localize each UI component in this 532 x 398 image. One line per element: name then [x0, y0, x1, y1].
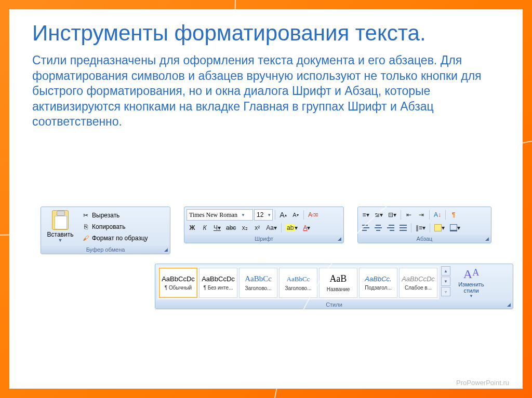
slide-body: Стили предназначены для оформления текст… [32, 53, 489, 129]
style-sample: AaBbCcDc [402, 275, 435, 283]
highlight-button[interactable]: ab▾ [284, 222, 300, 234]
ribbon-area: Вставить ▼ ✂ Вырезать ⎘ Копировать [41, 207, 513, 309]
slide-title: Инструменты форматирования текста. [32, 21, 500, 46]
change-styles-label: Изменить стили [453, 281, 490, 294]
style-card[interactable]: AaBbCcDc¶ Обычный [159, 268, 197, 298]
borders-button[interactable]: ▾ [448, 222, 462, 234]
paragraph-panel: ≡▾ ≣▾ ⊟▾ ⇤ ⇥ А↓ ¶ [357, 207, 491, 243]
style-name: Заголово... [245, 285, 272, 291]
paragraph-panel-label: Абзац [358, 235, 491, 243]
clipboard-dialog-launcher[interactable]: ◢ [163, 246, 169, 253]
styles-panel-label: Стили [155, 300, 513, 309]
paste-icon [52, 210, 69, 230]
styles-gallery: AaBbCcDc¶ ОбычныйAaBbCcDc¶ Без инте...Aa… [157, 266, 439, 299]
clipboard-panel: Вставить ▼ ✂ Вырезать ⎘ Копировать [41, 207, 170, 254]
change-styles-button[interactable]: AA Изменить стили ▼ [453, 266, 490, 299]
font-color-button[interactable]: A▾ [301, 222, 312, 234]
styles-dialog-launcher[interactable]: ◢ [506, 301, 512, 308]
style-name: Подзагол... [365, 285, 391, 291]
style-name: Заголово... [285, 285, 312, 291]
format-painter-button[interactable]: 🖌 Формат по образцу [82, 233, 148, 243]
underline-button[interactable]: Ч▾ [211, 222, 223, 234]
font-name-value: Times New Roman [189, 211, 237, 219]
clear-formatting-button[interactable]: A⌫ [306, 209, 320, 221]
style-card[interactable]: AaBbCcDcСлабое в... [399, 268, 437, 298]
scissors-icon: ✂ [82, 211, 90, 219]
bullets-button[interactable]: ≡▾ [360, 209, 371, 221]
font-panel: Times New Roman ▼ 12 ▼ A▴ A▾ A⌫ [184, 207, 344, 243]
align-center-button[interactable] [373, 222, 384, 234]
style-card[interactable]: АаВНазвание [319, 268, 357, 298]
font-name-combo[interactable]: Times New Roman ▼ [187, 209, 253, 221]
line-spacing-button[interactable]: ‖≡▾ [414, 222, 428, 234]
copy-button[interactable]: ⎘ Копировать [82, 222, 148, 232]
align-right-button[interactable] [385, 222, 396, 234]
brush-icon: 🖌 [82, 234, 90, 242]
bold-button[interactable]: Ж [187, 222, 198, 234]
sort-button[interactable]: А↓ [432, 209, 443, 221]
paragraph-dialog-launcher[interactable]: ◢ [484, 236, 490, 242]
copy-label: Копировать [92, 223, 126, 230]
paste-label: Вставить [47, 231, 74, 238]
strike-button[interactable]: abc [224, 222, 238, 234]
style-sample: AaBbCc [245, 275, 272, 283]
style-card[interactable]: AaBbCcDc¶ Без инте... [199, 268, 237, 298]
decrease-indent-button[interactable]: ⇤ [403, 209, 415, 221]
paste-button[interactable]: Вставить ▼ [43, 209, 77, 244]
grow-font-button[interactable]: A▴ [277, 209, 289, 221]
style-name: ¶ Обычный [165, 285, 192, 291]
watermark: ProPowerPoint.ru [456, 379, 509, 387]
shrink-font-button[interactable]: A▾ [290, 209, 301, 221]
style-card[interactable]: AaBbCc.Подзагол... [359, 268, 397, 298]
multilevel-button[interactable]: ⊟▾ [386, 209, 398, 221]
clipboard-panel-label: Буфер обмена [41, 245, 170, 254]
style-sample: АаВ [330, 273, 347, 284]
font-panel-label: Шрифт [184, 235, 343, 243]
italic-button[interactable]: К [199, 222, 210, 234]
font-size-combo[interactable]: 12 ▼ [254, 209, 273, 221]
numbering-button[interactable]: ≣▾ [373, 209, 385, 221]
chevron-down-icon: ▼ [267, 213, 271, 217]
style-name: ¶ Без инте... [204, 285, 233, 291]
superscript-button[interactable]: x² [251, 222, 263, 234]
chevron-down-icon: ▼ [241, 213, 245, 217]
font-size-value: 12 [257, 211, 263, 218]
align-justify-button[interactable] [397, 222, 409, 234]
show-marks-button[interactable]: ¶ [448, 209, 459, 221]
style-card[interactable]: AaBbCcЗаголово... [279, 268, 317, 298]
shading-button[interactable]: ▾ [432, 222, 447, 234]
style-name: Название [327, 286, 350, 292]
change-case-button[interactable]: Aa▾ [264, 222, 279, 234]
style-sample: AaBbCcDc [202, 275, 235, 283]
cut-label: Вырезать [92, 212, 119, 219]
increase-indent-button[interactable]: ⇥ [416, 209, 427, 221]
change-styles-icon: AA [463, 267, 479, 281]
copy-icon: ⎘ [82, 223, 90, 231]
slide: Инструменты форматирования текста. Стили… [9, 9, 523, 389]
format-painter-label: Формат по образцу [92, 235, 148, 242]
font-dialog-launcher[interactable]: ◢ [336, 236, 342, 242]
align-left-button[interactable] [360, 222, 371, 234]
style-sample: AaBbCcDc [162, 275, 195, 283]
subscript-button[interactable]: x₂ [239, 222, 250, 234]
styles-panel: AaBbCcDc¶ ОбычныйAaBbCcDc¶ Без инте...Aa… [155, 264, 513, 309]
gallery-scroll-up[interactable]: ▲ [441, 266, 450, 276]
style-sample: AaBbCc. [365, 275, 391, 283]
style-card[interactable]: AaBbCcЗаголово... [239, 268, 277, 298]
gallery-scroll-down[interactable]: ▼ [441, 277, 450, 286]
chevron-down-icon: ▼ [469, 294, 473, 298]
style-sample: AaBbCc [287, 275, 310, 283]
gallery-expand[interactable]: ▿ [441, 287, 450, 296]
chevron-down-icon[interactable]: ▼ [58, 238, 63, 243]
style-name: Слабое в... [405, 285, 432, 291]
cut-button[interactable]: ✂ Вырезать [82, 210, 148, 221]
